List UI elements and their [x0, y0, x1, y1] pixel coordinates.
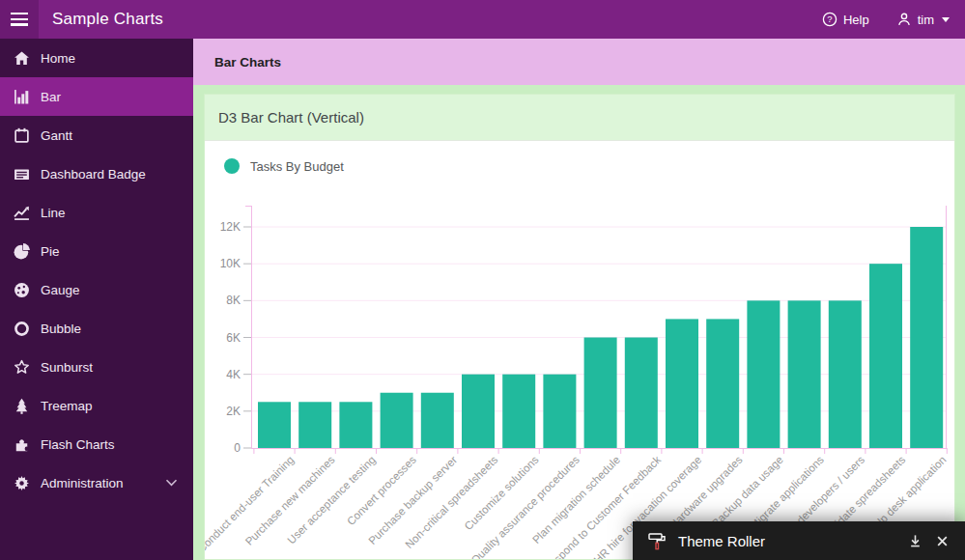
sidebar-item-home[interactable]: Home: [0, 39, 193, 77]
theme-roller-close-button[interactable]: [935, 534, 950, 548]
sidebar-item-line[interactable]: Line: [0, 193, 193, 232]
bar[interactable]: [584, 338, 617, 449]
bar[interactable]: [869, 264, 902, 448]
bar[interactable]: [421, 393, 454, 448]
bar[interactable]: [258, 402, 291, 448]
bar[interactable]: [381, 393, 413, 448]
sidebar-item-label: Sunburst: [41, 360, 93, 375]
main-area: Bar Charts D3 Bar Chart (Vertical) Tasks…: [193, 39, 965, 560]
panel-title: D3 Bar Chart (Vertical): [205, 95, 954, 141]
chart-panel: D3 Bar Chart (Vertical) Tasks By Budget …: [204, 94, 955, 560]
svg-text:0: 0: [234, 441, 241, 455]
sunburst-icon: [14, 359, 30, 376]
svg-text:4K: 4K: [226, 368, 241, 381]
panel-body: Tasks By Budget 02K4K6K8K10K12KConduct e…: [205, 141, 954, 560]
sidebar-item-label: Treemap: [41, 399, 93, 413]
user-name: tim: [918, 13, 934, 27]
sidebar-item-administration[interactable]: Administration: [0, 463, 193, 502]
help-label: Help: [843, 13, 869, 27]
bar[interactable]: [666, 319, 698, 448]
svg-text:Migrate applications: Migrate applications: [748, 454, 826, 532]
hamburger-icon: [11, 13, 28, 26]
bar[interactable]: [502, 375, 535, 448]
flash-charts-icon: [14, 436, 30, 453]
home-icon: [14, 50, 30, 67]
paint-roller-icon: [647, 531, 667, 551]
sidebar-item-gantt[interactable]: Gantt: [0, 116, 193, 154]
chart-legend[interactable]: Tasks By Budget: [224, 158, 344, 174]
sidebar-item-label: Dashboard Badge: [41, 167, 146, 182]
sidebar-item-bar[interactable]: Bar: [0, 77, 193, 116]
svg-text:?: ?: [827, 14, 832, 24]
help-icon: ?: [822, 12, 837, 27]
gear-icon: [14, 475, 30, 491]
svg-text:2K: 2K: [226, 405, 241, 418]
sidebar-item-label: Home: [41, 51, 75, 66]
menu-toggle-button[interactable]: [0, 0, 39, 39]
person-icon: [896, 12, 912, 27]
bar[interactable]: [339, 402, 372, 448]
sidebar-item-dashboard-badge[interactable]: Dashboard Badge: [0, 154, 193, 193]
sidebar-item-pie[interactable]: Pie: [0, 232, 193, 270]
sidebar-item-gauge[interactable]: Gauge: [0, 270, 193, 309]
theme-roller-download-button[interactable]: [908, 534, 922, 548]
line-chart-icon: [14, 205, 30, 221]
help-button[interactable]: ? Help: [822, 12, 869, 27]
svg-text:Convert processes: Convert processes: [345, 454, 418, 527]
calendar-icon: [14, 127, 30, 144]
svg-text:10K: 10K: [220, 257, 241, 270]
svg-text:8K: 8K: [226, 294, 241, 307]
bar[interactable]: [829, 300, 862, 448]
bubble-icon: [14, 321, 30, 337]
sidebar-item-sunburst[interactable]: Sunburst: [0, 348, 193, 386]
top-bar: Sample Charts ? Help tim: [0, 0, 965, 39]
sidebar-item-label: Flash Charts: [41, 437, 115, 452]
bar[interactable]: [462, 375, 495, 448]
sidebar-item-label: Gauge: [41, 283, 80, 297]
page-title: Bar Charts: [214, 55, 281, 70]
svg-text:Hardware upgrades: Hardware upgrades: [667, 454, 745, 531]
svg-text:6K: 6K: [226, 331, 241, 345]
gauge-icon: [14, 282, 30, 298]
sidebar-item-label: Gantt: [41, 128, 72, 143]
bar-chart-icon: [14, 89, 30, 105]
pie-chart-icon: [14, 243, 30, 260]
bar[interactable]: [910, 227, 943, 448]
sidebar-item-treemap[interactable]: Treemap: [0, 386, 193, 425]
caret-down-icon: [942, 17, 950, 22]
svg-text:Backup data usage: Backup data usage: [710, 454, 785, 529]
content-area: D3 Bar Chart (Vertical) Tasks By Budget …: [193, 85, 965, 560]
sidebar-item-flash-charts[interactable]: Flash Charts: [0, 425, 193, 463]
bar[interactable]: [706, 319, 739, 448]
sidebar-item-label: Bar: [41, 90, 61, 104]
theme-roller-panel: Theme Roller: [633, 521, 965, 560]
sidebar-item-label: Administration: [41, 476, 124, 490]
svg-text:Customize solutions: Customize solutions: [462, 454, 540, 532]
chevron-down-icon: [163, 479, 180, 487]
treemap-icon: [14, 398, 30, 414]
legend-marker-icon: [224, 158, 240, 174]
bar[interactable]: [298, 402, 331, 448]
close-icon: [935, 534, 950, 548]
page-header: Bar Charts: [193, 39, 965, 85]
sidebar-item-label: Pie: [41, 244, 60, 259]
bar[interactable]: [543, 375, 576, 448]
sidebar-item-bubble[interactable]: Bubble: [0, 309, 193, 348]
sidebar: HomeBarGanttDashboard BadgeLinePieGaugeB…: [0, 39, 193, 560]
sidebar-item-label: Line: [41, 206, 66, 220]
bar[interactable]: [747, 300, 780, 448]
svg-text:12K: 12K: [220, 220, 241, 234]
bar[interactable]: [788, 300, 821, 448]
dashboard-badge-icon: [14, 166, 30, 182]
user-menu[interactable]: tim: [896, 12, 950, 27]
app-title: Sample Charts: [52, 10, 163, 29]
legend-label: Tasks By Budget: [250, 159, 344, 174]
bar[interactable]: [625, 338, 658, 449]
sidebar-item-label: Bubble: [41, 322, 81, 336]
download-icon: [908, 534, 922, 548]
bar-chart: 02K4K6K8K10K12KConduct end-user Training…: [205, 193, 955, 560]
theme-roller-title: Theme Roller: [678, 533, 765, 549]
